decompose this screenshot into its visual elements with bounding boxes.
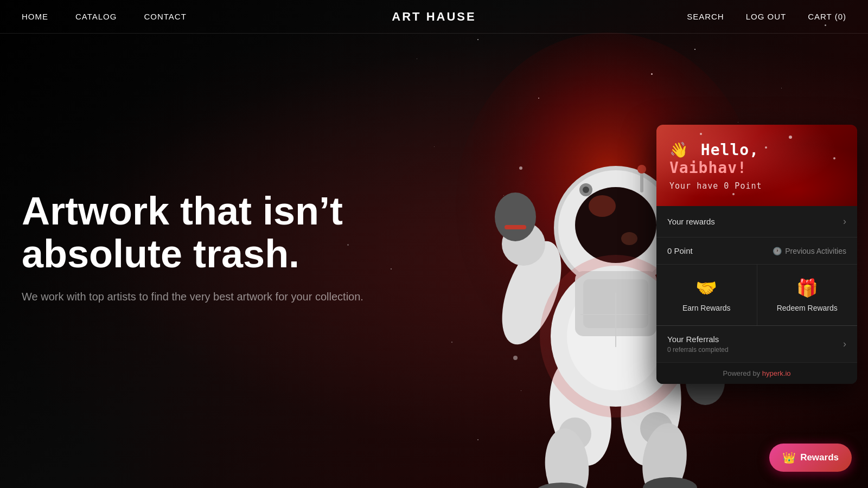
nav-left: HOME CATALOG CONTACT: [22, 12, 187, 21]
referrals-sub: 0 referrals completed: [667, 346, 729, 354]
previous-activities-label: Previous Activities: [785, 247, 846, 255]
nav-contact[interactable]: CONTACT: [144, 12, 186, 21]
rewards-float-button[interactable]: 👑 Rewards: [769, 444, 852, 472]
referrals-label: Your Referrals: [667, 335, 729, 344]
sparkle-1: [700, 133, 702, 135]
nav-search[interactable]: SEARCH: [687, 12, 724, 21]
svg-point-25: [575, 187, 656, 263]
earn-rewards-icon: 🤝: [695, 278, 717, 298]
your-rewards-chevron: ›: [843, 216, 846, 227]
redeem-rewards-card[interactable]: 🎁 Redeem Rewards: [757, 265, 858, 325]
earn-rewards-card[interactable]: 🤝 Earn Rewards: [656, 265, 757, 325]
svg-point-40: [519, 166, 522, 170]
history-icon: 🕐: [773, 247, 782, 255]
rewards-greeting: 👋 Hello, Vaibhav!: [669, 141, 844, 177]
rewards-button-label: Rewards: [800, 452, 839, 463]
crown-icon: 👑: [782, 451, 796, 464]
previous-activities-btn[interactable]: 🕐 Previous Activities: [773, 247, 846, 255]
referrals-row[interactable]: Your Referrals 0 referrals completed ›: [656, 326, 857, 362]
points-row: 0 Point 🕐 Previous Activities: [656, 237, 857, 265]
rewards-header: 👋 Hello, Vaibhav! Your have 0 Point: [656, 125, 857, 206]
rewards-panel: 👋 Hello, Vaibhav! Your have 0 Point Your…: [656, 125, 857, 384]
nav-cart[interactable]: CART (0): [808, 12, 846, 21]
hyperk-link[interactable]: hyperk.io: [762, 369, 791, 377]
svg-rect-29: [640, 171, 643, 192]
svg-point-17: [495, 192, 536, 241]
svg-point-37: [513, 356, 518, 360]
sparkle-4: [789, 136, 792, 139]
svg-rect-18: [505, 225, 526, 229]
redeem-rewards-label: Redeem Rewards: [777, 304, 838, 312]
rewards-action-cards: 🤝 Earn Rewards 🎁 Redeem Rewards: [656, 265, 857, 326]
rewards-footer: Powered by hyperk.io: [656, 362, 857, 384]
your-rewards-row[interactable]: Your rewards ›: [656, 206, 857, 237]
nav-home[interactable]: HOME: [22, 12, 48, 21]
referrals-info: Your Referrals 0 referrals completed: [667, 335, 729, 354]
svg-point-26: [589, 195, 616, 217]
redeem-rewards-icon: 🎁: [796, 278, 818, 298]
earn-rewards-label: Earn Rewards: [682, 304, 731, 312]
hero-title: Artwork that isn’t absolute trash.: [22, 190, 391, 275]
nav-logout[interactable]: LOG OUT: [746, 12, 787, 21]
svg-point-27: [621, 232, 637, 245]
svg-point-30: [637, 165, 646, 174]
points-value: 0 Point: [667, 246, 693, 255]
hero-section: Artwork that isn’t absolute trash. We wo…: [22, 190, 391, 305]
svg-point-32: [583, 187, 589, 193]
navigation: HOME CATALOG CONTACT ART HAUSE SEARCH LO…: [0, 0, 868, 34]
your-rewards-label: Your rewards: [667, 217, 715, 226]
nav-right: SEARCH LOG OUT CART (0): [687, 12, 846, 21]
rewards-body: Your rewards › 0 Point 🕐 Previous Activi…: [656, 206, 857, 384]
nav-catalog[interactable]: CATALOG: [75, 12, 117, 21]
greeting-prefix: Hello,: [701, 141, 759, 159]
powered-by-text: Powered by: [723, 369, 762, 377]
wave-emoji: 👋: [669, 141, 689, 159]
referrals-chevron: ›: [843, 338, 846, 350]
sparkle-5: [732, 193, 735, 195]
rewards-points-display: Your have 0 Point: [669, 181, 844, 191]
greeting-name: Vaibhav!: [669, 159, 747, 177]
hero-subtitle: We work with top artists to find the ver…: [22, 288, 391, 305]
brand-title: ART HAUSE: [392, 10, 476, 24]
